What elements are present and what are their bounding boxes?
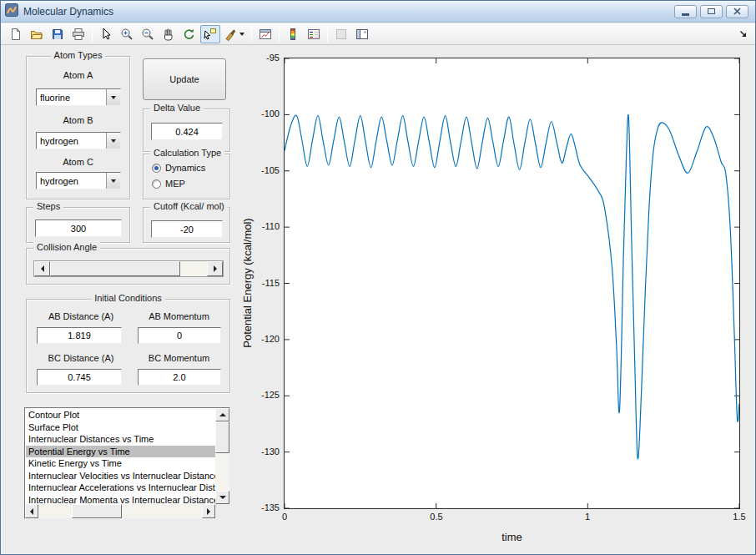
atom-b-dropdown-button[interactable] <box>106 133 120 149</box>
horizontal-scroll-track[interactable] <box>38 504 72 518</box>
slider-right-arrow-button[interactable] <box>207 261 223 276</box>
cutoff-field[interactable]: -20 <box>151 220 223 238</box>
restore-button[interactable] <box>700 5 723 18</box>
ab-distance-field[interactable]: 1.819 <box>37 327 122 344</box>
list-item[interactable]: Surface Plot <box>26 421 215 434</box>
calculation-type-panel: Calculation Type Dynamics MEP <box>143 154 230 199</box>
show-plot-tools-button[interactable] <box>352 25 372 43</box>
zoom-in-icon <box>120 28 134 41</box>
slider-left-arrow-button[interactable] <box>34 261 50 276</box>
scrollbar-corner <box>215 504 229 518</box>
atom-c-label: Atom C <box>27 157 129 167</box>
scroll-right-button[interactable] <box>202 504 215 518</box>
arrow-left-icon <box>41 265 44 272</box>
atom-a-dropdown-button[interactable] <box>106 89 120 105</box>
cutoff-panel: Cutoff (Kcal/ mol) -20 <box>143 207 230 243</box>
plot-area[interactable] <box>284 58 740 509</box>
list-item[interactable]: Internuclear Accelerations vs Internucle… <box>26 482 215 494</box>
save-figure-button[interactable] <box>48 25 68 43</box>
pan-button[interactable] <box>159 25 179 43</box>
vertical-scroll-thumb[interactable] <box>215 421 229 453</box>
radio-icon <box>152 164 161 173</box>
update-button[interactable]: Update <box>143 58 226 100</box>
print-figure-button[interactable] <box>68 25 88 43</box>
radio-mep[interactable]: MEP <box>152 179 185 189</box>
brush-select-data-button[interactable] <box>221 25 248 43</box>
atom-c-select[interactable]: hydrogen <box>36 172 121 189</box>
dock-arrow-icon <box>738 29 748 39</box>
ab-momentum-label: AB Momentum <box>135 311 223 321</box>
list-item[interactable]: Internuclear Velocities vs Internuclear … <box>26 470 215 482</box>
brush-dropdown-caret-icon[interactable] <box>239 33 244 36</box>
atom-b-label: Atom B <box>27 115 129 125</box>
restore-icon <box>708 8 715 14</box>
printer-icon <box>72 28 85 41</box>
y-axis-label: Potential Energy (kcal/mol) <box>241 158 255 408</box>
list-item[interactable]: Contour Plot <box>26 409 215 421</box>
toolbar-separator <box>92 27 93 42</box>
arrow-right-icon <box>207 508 210 515</box>
steps-panel-title: Steps <box>33 201 63 211</box>
plot-type-listbox[interactable]: Contour Plot Surface Plot Internuclear D… <box>24 407 230 519</box>
plot-canvas[interactable] <box>285 58 739 508</box>
list-item-selected[interactable]: Potential Energy vs Time <box>26 446 215 458</box>
rotate-3d-button[interactable] <box>179 25 199 43</box>
open-folder-icon <box>30 28 43 41</box>
x-tick-label: 1 <box>567 512 608 522</box>
toolbar-separator <box>327 27 328 42</box>
ab-momentum-field[interactable]: 0 <box>138 327 221 344</box>
data-cursor-button[interactable] <box>200 25 220 43</box>
zoom-in-button[interactable] <box>117 25 137 43</box>
x-tick-label: 0.5 <box>416 512 457 522</box>
list-item[interactable]: Internuclear Momenta vs Internuclear Dis… <box>26 494 215 505</box>
insert-colorbar-button[interactable] <box>283 25 303 43</box>
zoom-out-button[interactable] <box>138 25 158 43</box>
toolbar-separator <box>279 27 280 42</box>
collision-angle-slider[interactable] <box>33 260 224 277</box>
open-file-button[interactable] <box>27 25 47 43</box>
app-window: Molecular Dynamics <box>0 0 756 555</box>
delta-value-panel: Delta Value 0.424 <box>143 108 230 152</box>
link-plot-button[interactable] <box>255 25 275 43</box>
list-item[interactable]: Kinetic Energy vs Time <box>26 457 215 470</box>
dock-figure-button[interactable] <box>738 29 748 39</box>
insert-legend-button[interactable] <box>304 25 324 43</box>
slider-thumb[interactable] <box>50 261 180 276</box>
minimize-button[interactable] <box>674 5 697 18</box>
update-button-label: Update <box>169 74 199 84</box>
scroll-left-button[interactable] <box>25 504 38 518</box>
link-plot-icon <box>259 28 272 41</box>
atom-b-select[interactable]: hydrogen <box>36 132 121 149</box>
delta-value-field[interactable]: 0.424 <box>151 123 223 140</box>
scroll-up-button[interactable] <box>215 408 229 421</box>
close-icon <box>733 8 741 15</box>
calculation-type-panel-title: Calculation Type <box>150 148 224 158</box>
radio-dynamics[interactable]: Dynamics <box>152 163 205 173</box>
data-cursor-icon <box>204 28 217 41</box>
slider-track[interactable] <box>180 261 207 276</box>
new-figure-button[interactable] <box>6 25 26 43</box>
bc-momentum-field[interactable]: 2.0 <box>138 369 221 386</box>
colorbar-icon <box>286 28 300 41</box>
atom-types-panel: Atom Types Atom A fluorine Atom B hydrog… <box>26 56 130 199</box>
chevron-down-icon <box>111 139 116 143</box>
scroll-down-button[interactable] <box>215 491 229 504</box>
vertical-scroll-track[interactable] <box>215 453 229 491</box>
atom-c-dropdown-button[interactable] <box>106 173 120 189</box>
initial-conditions-panel: Initial Conditions AB Distance (A) AB Mo… <box>26 299 230 393</box>
list-item[interactable]: Internuclear Distances vs Time <box>26 433 215 446</box>
arrow-left-icon <box>30 508 33 515</box>
horizontal-scrollbar[interactable] <box>25 504 215 518</box>
close-button[interactable] <box>726 5 748 18</box>
atom-a-select[interactable]: fluorine <box>36 88 121 106</box>
radio-mep-label: MEP <box>165 179 185 189</box>
bc-distance-field[interactable]: 0.745 <box>37 369 122 386</box>
horizontal-scroll-track[interactable] <box>122 504 202 518</box>
edit-plot-button[interactable] <box>96 25 116 43</box>
steps-field[interactable]: 300 <box>35 219 122 237</box>
title-bar[interactable]: Molecular Dynamics <box>1 1 755 23</box>
vertical-scrollbar[interactable] <box>215 408 229 504</box>
hide-plot-tools-button[interactable] <box>331 25 351 43</box>
horizontal-scroll-thumb[interactable] <box>72 504 122 518</box>
pointer-arrow-icon <box>99 28 113 41</box>
